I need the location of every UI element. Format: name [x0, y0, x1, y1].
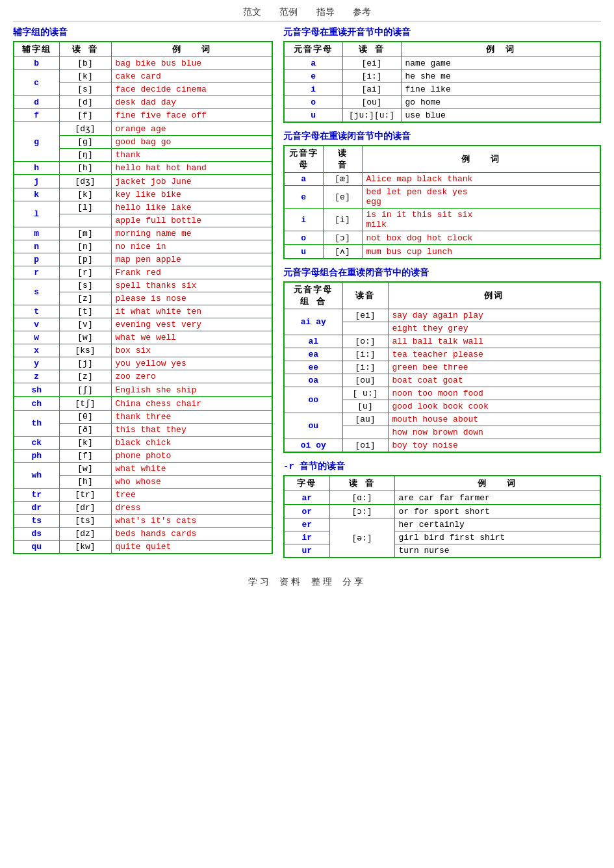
table-row: dr [dr] dress [14, 502, 272, 515]
letter-cell: oi oy [284, 439, 342, 453]
table-row: er [ə:] her certainly [284, 518, 600, 531]
letter-cell: i [284, 83, 342, 96]
example-cell: spell thanks six [111, 279, 272, 292]
example-cell: girl bird first shirt [394, 531, 600, 544]
example-cell: what we well [111, 331, 272, 344]
table-row: i [i] is in it this sit sixmilk [284, 209, 600, 231]
table-row: oa [ou] boat coat goat [284, 374, 600, 387]
phonetic-cell: [s] [59, 279, 111, 292]
phonetic-cell: [h] [59, 162, 111, 175]
nav-item-1[interactable]: 范文 [243, 7, 261, 18]
nav-item-3[interactable]: 指导 [316, 7, 335, 18]
example-cell: boat coat goat [388, 374, 600, 387]
phonetic-cell: [w] [59, 331, 111, 344]
phonetic-cell: [i:] [342, 70, 401, 83]
phonetic-cell: [ə:] [329, 518, 394, 558]
phonetic-cell: [ɔ:] [329, 505, 394, 518]
table-row: j [dʒ] jacket job June [14, 175, 272, 188]
example-cell: dress [111, 502, 272, 515]
example-cell: desk dad day [111, 96, 272, 109]
example-cell: cake card [111, 70, 272, 83]
letter-cell: er [284, 518, 329, 531]
open-col-h3: 例 词 [401, 42, 600, 57]
phonetic-cell: [r] [59, 266, 111, 279]
nav-item-2[interactable]: 范例 [279, 7, 298, 18]
table-row: g [dʒ] orange age [14, 122, 272, 136]
footer: 学习 资料 整理 分享 [13, 576, 601, 588]
example-cell: Frank red [111, 266, 272, 279]
example-cell: it what white ten [111, 305, 272, 318]
table-row: ou [au] mouth house about [284, 413, 600, 426]
letter-cell: z [14, 370, 59, 383]
example-cell: all ball talk wall [388, 335, 600, 348]
letter-cell: o [284, 96, 342, 109]
example-cell: bag bike bus blue [111, 57, 272, 70]
table-row: u [ʌ] mum bus cup lunch [284, 245, 600, 259]
phonetic-cell: [ð] [59, 424, 111, 437]
letter-cell: t [14, 305, 59, 318]
example-cell: key like bike [111, 188, 272, 201]
table-row: s [s] spell thanks six [14, 279, 272, 292]
nav-item-4[interactable]: 参考 [353, 7, 371, 18]
table-row: x [ks] box six [14, 344, 272, 357]
table-row: e [i:] he she me [284, 70, 600, 83]
r-section-title: -r 音节的读音 [283, 461, 601, 472]
phonetic-cell: [ks] [59, 344, 111, 357]
open-section-title: 元音字母在重读开音节中的读音 [283, 27, 601, 38]
phonetic-cell: [tr] [59, 489, 111, 502]
example-cell: bed let pen desk yesegg [362, 186, 600, 209]
letter-cell: f [14, 109, 59, 122]
phonetic-cell: [s] [59, 83, 111, 96]
letter-cell: y [14, 357, 59, 370]
example-cell: green bee three [388, 361, 600, 374]
example-cell: or for sport short [394, 505, 600, 518]
table-row: o [ɔ] not box dog hot clock [284, 231, 600, 245]
table-row: ch [tʃ] China chess chair [14, 397, 272, 411]
table-row: tr [tr] tree [14, 489, 272, 502]
example-cell: mouth house about [388, 413, 600, 426]
phonetic-cell: [k] [59, 70, 111, 83]
phonetic-cell: [æ] [323, 173, 362, 186]
page: 范文 范例 指导 参考 辅字组的读音 辅字组 读 音 例 词 b [0, 0, 614, 601]
example-cell: fine like [401, 83, 600, 96]
table-row: n [n] no nice in [14, 240, 272, 253]
example-cell: please is nose [111, 292, 272, 305]
example-cell: this that they [111, 424, 272, 437]
phonetic-cell: [t] [59, 305, 111, 318]
example-cell: box six [111, 344, 272, 357]
example-cell: good bag go [111, 136, 272, 149]
letter-cell: o [284, 231, 323, 245]
phonetic-cell: [k] [59, 437, 111, 450]
table-row: l [l] hello like lake [14, 201, 272, 214]
letter-cell: ou [284, 413, 342, 439]
phonetic-cell: [g] [59, 136, 111, 149]
phonetic-cell: [ai] [342, 83, 401, 96]
table-row: ai ay [ei] say day again play [284, 309, 600, 322]
table-row: f [f] fine five face off [14, 109, 272, 122]
example-cell: zoo zero [111, 370, 272, 383]
phonetic-cell: [dʒ] [59, 175, 111, 188]
phonetic-cell: [v] [59, 318, 111, 331]
example-cell: use blue [401, 109, 600, 123]
table-row: wh [w] what white [14, 463, 272, 476]
table-row: al [o:] all ball talk wall [284, 335, 600, 348]
r-col-h1: 字母 [284, 476, 329, 491]
example-cell: say day again play [388, 309, 600, 322]
table-row: t [t] it what white ten [14, 305, 272, 318]
example-cell: name game [401, 57, 600, 70]
example-cell: you yellow yes [111, 357, 272, 370]
phonetic-cell: [z] [59, 292, 111, 305]
phonetic-cell: [ei] [342, 57, 401, 70]
phonetic-cell: [m] [59, 227, 111, 240]
r-col-h3: 例 词 [394, 476, 600, 491]
closed-col-h3: 例 词 [362, 146, 600, 173]
phonetic-cell: [i:] [342, 361, 388, 374]
letter-cell: tr [14, 489, 59, 502]
example-cell: are car far farmer [394, 491, 600, 505]
table-row: b [b] bag bike bus blue [14, 57, 272, 70]
example-cell: what white [111, 463, 272, 476]
letter-cell: c [14, 70, 59, 96]
example-cell: apple full bottle [111, 214, 272, 227]
example-cell: phone photo [111, 450, 272, 463]
left-col-header-3: 例 词 [111, 42, 272, 57]
